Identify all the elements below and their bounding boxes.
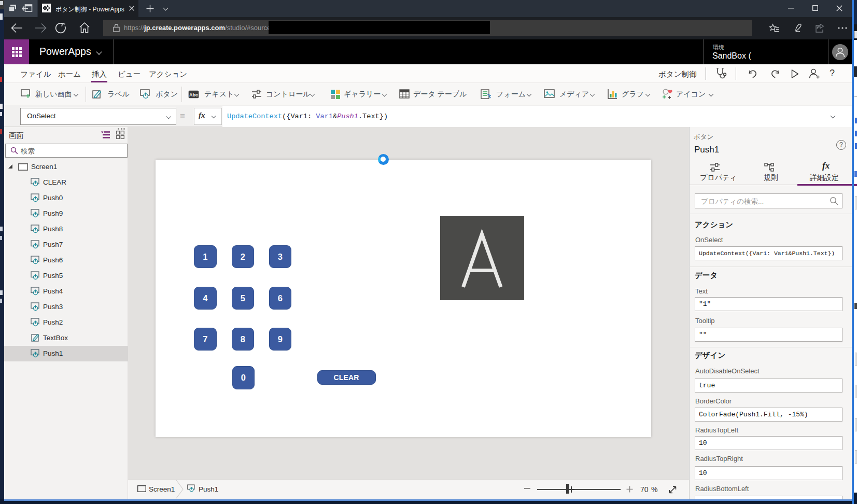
svg-text:Abc: Abc [189, 92, 198, 97]
